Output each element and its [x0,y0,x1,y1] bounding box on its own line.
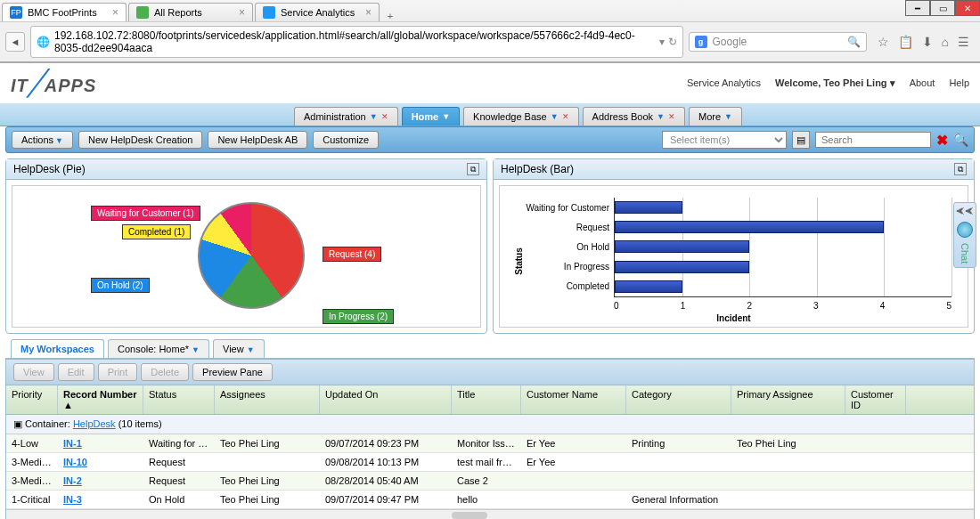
link-help[interactable]: Help [949,77,969,89]
customize-button[interactable]: Customize [313,131,379,149]
x-tick: 2 [747,301,752,311]
cell-updated: 09/07/2014 09:23 PM [320,434,452,452]
reload-icon[interactable]: ↻ [668,36,677,48]
x-tick: 5 [946,301,951,311]
chevron-down-icon: ▼ [442,112,450,121]
col-status[interactable]: Status [143,385,215,414]
workspace-tab[interactable]: My Workspaces [11,339,104,358]
preview-pane-button[interactable]: Preview Pane [192,363,273,381]
bar-rect [615,261,749,273]
search-magnifier-icon[interactable]: 🔍 [847,36,861,48]
col-updated-on[interactable]: Updated On [320,385,452,414]
pie-label-onhold: On Hold (2) [91,278,150,293]
popout-icon[interactable]: ⧉ [954,163,967,175]
url-input[interactable]: 🌐 192.168.102.72:8080/footprints/service… [30,26,683,58]
nav-back-button[interactable]: ◄ [5,32,25,52]
col-customer-name[interactable]: Customer Name [521,385,626,414]
cell-updated: 09/07/2014 09:47 PM [320,491,452,508]
tab-close-icon[interactable]: × [239,6,245,19]
chat-collapse-icon[interactable]: ⮜⮜ [956,207,974,216]
close-tab-icon[interactable]: ✕ [381,112,388,121]
record-link[interactable]: IN-10 [63,457,87,467]
browser-tab[interactable]: Service Analytics× [255,3,380,21]
col-primary-assignee[interactable]: Primary Assignee [731,385,845,414]
horizontal-scrollbar[interactable] [6,509,974,519]
link-welcome-user[interactable]: Welcome, Teo Phei Ling ▾ [775,77,895,89]
menu-icon[interactable]: ☰ [958,35,969,49]
chat-sidebar[interactable]: ⮜⮜ Chat [953,202,976,268]
edit-button[interactable]: Edit [58,363,94,381]
close-tab-icon[interactable]: ✕ [668,112,675,121]
col-category[interactable]: Category [626,385,731,414]
cell-priority: 1-Critical [6,491,58,508]
table-row[interactable]: 1-CriticalIN-3On HoldTeo Phei Ling09/07/… [6,491,974,509]
table-row[interactable]: 3-MediumIN-2RequestTeo Phei Ling08/28/20… [6,472,974,491]
bar-category-label: Request [576,223,609,232]
view-button[interactable]: View [13,363,54,381]
actions-button[interactable]: Actions▼ [12,131,73,149]
workspace-tab[interactable]: View ▼ [213,339,265,358]
tab-close-icon[interactable]: × [112,6,118,19]
main-tab[interactable]: Administration▼✕ [294,107,398,126]
main-tab[interactable]: Home▼ [402,107,460,126]
window-close[interactable]: ✕ [955,0,980,16]
panel-title: HelpDesk (Pie) [13,163,86,175]
dropdown-icon[interactable]: ▾ [659,36,665,48]
col-priority[interactable]: Priority [6,385,58,414]
search-input[interactable] [815,132,931,148]
print-button[interactable]: Print [98,363,138,381]
record-link[interactable]: IN-3 [63,494,82,505]
container-row: ▣ Container: HelpDesk (10 items) [6,415,974,434]
home-icon[interactable]: ⌂ [942,35,949,49]
downloads-icon[interactable]: ⬇ [922,35,933,49]
bar-chart: Waiting for CustomerRequestOn HoldIn Pro… [614,198,951,297]
new-helpdesk-creation-button[interactable]: New HelpDesk Creation [78,131,202,149]
table-row[interactable]: 4-LowIN-1Waiting for Cu...Teo Phei Ling0… [6,434,974,453]
cell-primary-assignee [731,491,845,508]
cell-status: On Hold [143,491,215,508]
new-helpdesk-ab-button[interactable]: New HelpDesk AB [208,131,307,149]
search-icon[interactable]: 🔍 [953,133,968,147]
record-link[interactable]: IN-1 [63,438,82,449]
x-axis-ticks: 012345 [614,301,951,311]
workspace-tab[interactable]: Console: Home* ▼ [108,339,209,358]
link-service-analytics[interactable]: Service Analytics [687,77,761,89]
google-icon: g [695,36,707,48]
table-row[interactable]: 3-MediumIN-10Request09/08/2014 10:13 PMt… [6,453,974,472]
popout-icon[interactable]: ⧉ [467,163,479,175]
close-tab-icon[interactable]: ✕ [562,112,569,121]
main-tab[interactable]: Address Book▼✕ [583,107,685,126]
col-title[interactable]: Title [452,385,521,414]
clear-search-icon[interactable]: ✖ [936,132,948,149]
container-link[interactable]: HelpDesk [73,418,116,429]
cell-priority: 3-Medium [6,472,58,490]
col-customer-id[interactable]: Customer ID [845,385,906,414]
delete-button[interactable]: Delete [141,363,189,381]
new-tab-button[interactable]: + [381,11,399,21]
list-view-icon[interactable]: ▤ [792,131,810,149]
browser-tab[interactable]: FPBMC FootPrints× [2,3,127,21]
main-tab[interactable]: Knowledge Base▼✕ [463,107,578,126]
chat-bubble-icon[interactable] [957,222,973,238]
window-maximize[interactable]: ▭ [930,0,955,16]
select-items-dropdown[interactable]: Select item(s) [662,131,787,149]
browser-search-input[interactable]: g Google 🔍 [689,32,867,52]
logo: IT╱APPS [11,69,96,98]
record-link[interactable]: IN-2 [63,475,82,486]
cell-assignees: Teo Phei Ling [215,434,320,452]
col-assignees[interactable]: Assignees [215,385,320,414]
tab-title: All Reports [154,7,202,18]
browser-tab[interactable]: All Reports× [128,3,253,21]
window-minimize[interactable]: ━ [905,0,930,16]
clipboard-icon[interactable]: 📋 [898,35,913,49]
x-tick: 3 [813,301,819,311]
bookmark-icon[interactable]: ☆ [878,35,889,49]
bar-rect [615,280,682,293]
link-about[interactable]: About [910,77,935,89]
main-tab[interactable]: More▼ [689,107,742,126]
search-placeholder: Google [713,36,747,48]
tab-close-icon[interactable]: × [365,6,372,19]
collapse-icon[interactable]: ▣ [13,418,22,429]
cell-customer: Er Yee [521,453,626,471]
col-record-number[interactable]: Record Number ▲ [58,385,143,414]
